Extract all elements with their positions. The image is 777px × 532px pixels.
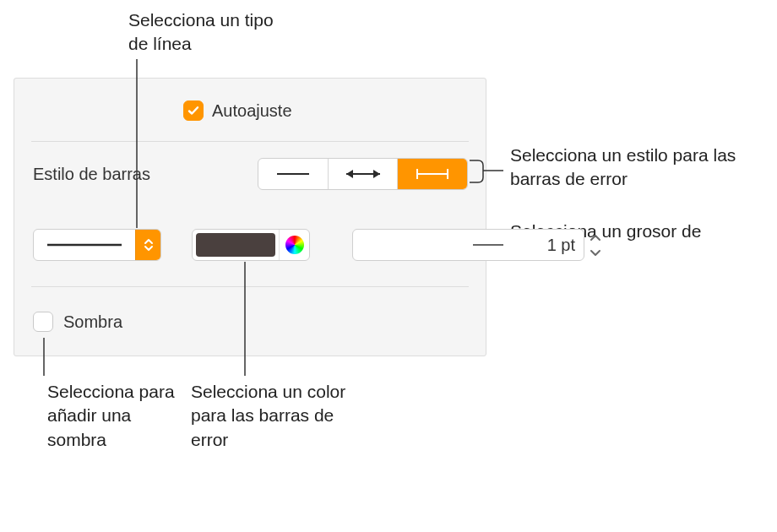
divider — [31, 141, 469, 142]
callout-bar-style: Selecciona un estilo para las barras de … — [510, 144, 763, 192]
svg-marker-3 — [373, 170, 380, 178]
bar-style-option-capped[interactable] — [328, 159, 398, 189]
inspector-panel: Autoajuste Estilo de barras — [14, 78, 486, 356]
color-well[interactable] — [196, 233, 275, 257]
capped-line-icon — [340, 166, 387, 182]
capped-line-selected-icon — [409, 166, 456, 182]
callout-color: Selecciona un color para las barras de e… — [191, 380, 360, 452]
bar-style-label: Estilo de barras — [33, 165, 150, 184]
stepper-down[interactable] — [590, 245, 601, 261]
color-picker-button[interactable] — [279, 230, 309, 260]
line-width-stepper-group — [352, 229, 469, 261]
autofit-checkbox[interactable] — [183, 100, 204, 121]
line-type-popup[interactable] — [33, 229, 161, 261]
color-well-group — [192, 229, 310, 261]
callout-shadow: Selecciona para añadir una sombra — [47, 380, 182, 452]
line-icon — [272, 167, 314, 181]
chevron-down-icon — [590, 249, 601, 258]
line-width-stepper[interactable] — [590, 229, 601, 261]
shadow-checkbox[interactable] — [33, 312, 53, 332]
bar-style-segmented[interactable] — [258, 158, 468, 190]
updown-chevron-icon — [144, 238, 154, 252]
stepper-up[interactable] — [590, 229, 601, 245]
shadow-label: Sombra — [63, 312, 122, 332]
bar-style-option-line[interactable] — [258, 159, 328, 189]
color-wheel-icon — [285, 236, 304, 254]
checkmark-icon — [187, 104, 200, 117]
divider — [31, 286, 469, 287]
bar-style-option-capped-selected[interactable] — [397, 159, 467, 189]
line-type-dropdown-button[interactable] — [135, 230, 160, 260]
line-type-preview — [34, 230, 135, 260]
svg-marker-2 — [346, 170, 353, 178]
line-width-field[interactable] — [352, 229, 584, 261]
autofit-row: Autoajuste — [183, 100, 292, 121]
shadow-row: Sombra — [33, 312, 122, 332]
solid-line-icon — [42, 241, 127, 249]
chevron-up-icon — [590, 233, 601, 242]
autofit-label: Autoajuste — [212, 101, 292, 121]
callout-line-type: Selecciona un tipo de línea — [128, 8, 297, 57]
